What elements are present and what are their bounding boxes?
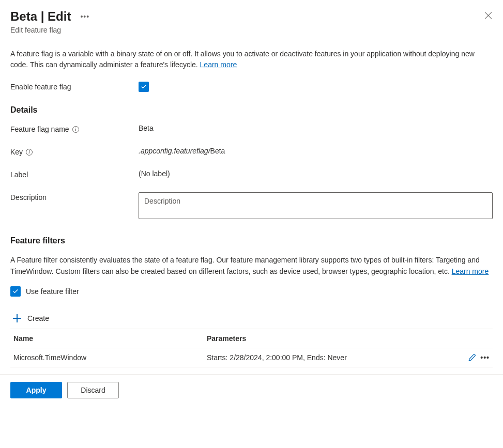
discard-button[interactable]: Discard bbox=[67, 382, 119, 398]
enable-flag-label: Enable feature flag bbox=[10, 82, 139, 91]
filter-row-parameters: Starts: 2/28/2024, 2:00:00 PM, Ends: Nev… bbox=[194, 353, 459, 362]
flag-name-label: Feature flag name bbox=[10, 125, 69, 133]
label-label: Label bbox=[10, 171, 28, 179]
more-options-icon[interactable]: ••• bbox=[80, 12, 89, 21]
page-subtitle: Edit feature flag bbox=[10, 26, 493, 34]
info-icon[interactable] bbox=[26, 149, 33, 156]
filters-description: A Feature filter consistently evaluates … bbox=[10, 255, 493, 277]
filters-learn-more-link[interactable]: Learn more bbox=[452, 267, 489, 275]
key-suffix: Beta bbox=[210, 147, 225, 155]
col-header-parameters: Parameters bbox=[194, 334, 459, 343]
table-row: Microsoft.TimeWindow Starts: 2/28/2024, … bbox=[10, 348, 493, 367]
filter-row-name: Microsoft.TimeWindow bbox=[13, 353, 194, 362]
label-value: (No label) bbox=[139, 169, 493, 178]
create-label: Create bbox=[27, 314, 49, 322]
key-prefix: .appconfig.featureflag/ bbox=[139, 147, 210, 155]
use-filter-label: Use feature filter bbox=[26, 287, 79, 296]
description-input[interactable] bbox=[139, 192, 493, 219]
close-icon[interactable] bbox=[484, 11, 493, 20]
apply-button[interactable]: Apply bbox=[10, 382, 62, 398]
pencil-icon[interactable] bbox=[468, 353, 476, 362]
page-title: Beta | Edit bbox=[10, 9, 71, 24]
col-header-name: Name bbox=[13, 334, 194, 343]
filters-table: Name Parameters Microsoft.TimeWindow Sta… bbox=[10, 329, 493, 367]
filters-desc-body: A Feature filter consistently evaluates … bbox=[10, 256, 480, 275]
key-value: .appconfig.featureflag/Beta bbox=[139, 147, 493, 155]
plus-icon bbox=[13, 314, 21, 322]
flag-name-value: Beta bbox=[139, 124, 493, 132]
enable-flag-checkbox[interactable] bbox=[139, 82, 149, 92]
filters-heading: Feature filters bbox=[10, 236, 493, 245]
row-more-icon[interactable]: ••• bbox=[480, 353, 490, 362]
details-heading: Details bbox=[10, 105, 493, 115]
intro-learn-more-link[interactable]: Learn more bbox=[200, 60, 237, 69]
key-label: Key bbox=[10, 148, 23, 156]
intro-text: A feature flag is a variable with a bina… bbox=[10, 49, 493, 70]
intro-body: A feature flag is a variable with a bina… bbox=[10, 50, 475, 69]
description-label: Description bbox=[10, 193, 47, 202]
info-icon[interactable] bbox=[72, 126, 79, 133]
use-filter-checkbox[interactable] bbox=[10, 286, 21, 297]
create-filter-button[interactable]: Create bbox=[10, 309, 493, 329]
